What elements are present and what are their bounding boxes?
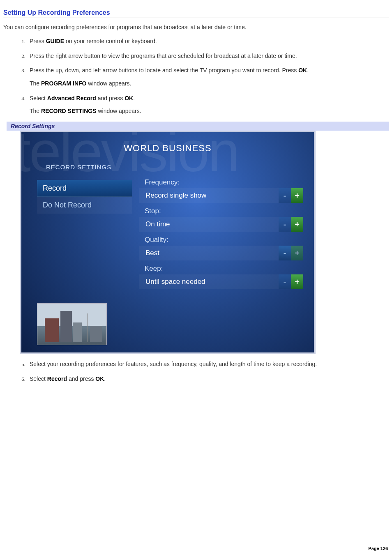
step-number: 4.: [16, 94, 25, 103]
intro-text: You can configure recording preferences …: [3, 24, 389, 30]
program-title: WORLD BUSINESS: [21, 143, 314, 154]
step-text: Select Advanced Record and press OK.: [30, 95, 135, 101]
screen-label: RECORD SETTINGS: [46, 164, 111, 170]
preview-thumbnail: [37, 303, 107, 345]
field-label-quality: Quality:: [145, 236, 303, 244]
step-text: Press the up, down, and left arrow butto…: [30, 67, 309, 74]
field-label-stop: Stop:: [145, 207, 303, 215]
menu-record[interactable]: Record: [37, 180, 132, 197]
step-number: 5.: [16, 360, 25, 368]
step-text: Press the right arrow button to view the…: [30, 53, 297, 59]
field-value-keep: Until space needed: [139, 274, 279, 289]
step-number: 1.: [16, 37, 25, 46]
plus-button[interactable]: +: [291, 217, 303, 232]
field-row-frequency: Record single show - +: [139, 188, 303, 203]
step-number: 2.: [16, 52, 25, 60]
field-value-frequency: Record single show: [139, 188, 279, 203]
record-menu: Record Do Not Record: [37, 180, 132, 214]
minus-button[interactable]: -: [279, 246, 291, 260]
watermark-text: television: [21, 132, 238, 185]
section-heading: Setting Up Recording Preferences: [3, 9, 389, 18]
field-row-keep: Until space needed - +: [139, 274, 303, 289]
step-4: 4. Select Advanced Record and press OK. …: [16, 94, 389, 116]
field-row-quality: Best - +: [139, 246, 303, 260]
step-sub: The RECORD SETTINGS window appears.: [30, 107, 389, 116]
page-number: Page 126: [368, 546, 388, 551]
step-text: Press GUIDE on your remote control or ke…: [30, 38, 157, 44]
field-label-frequency: Frequency:: [145, 178, 303, 187]
minus-button[interactable]: -: [279, 274, 291, 289]
step-text: Select your recording preferences for fe…: [30, 361, 317, 367]
step-3: 3. Press the up, down, and left arrow bu…: [16, 66, 389, 88]
step-sub: The PROGRAM INFO window appears.: [30, 79, 389, 88]
step-number: 6.: [16, 375, 25, 383]
menu-do-not-record[interactable]: Do Not Record: [37, 197, 132, 214]
plus-button[interactable]: +: [291, 188, 303, 203]
field-label-keep: Keep:: [145, 265, 303, 273]
plus-button[interactable]: +: [291, 246, 303, 260]
figure-caption: Record Settings: [7, 122, 389, 131]
step-2: 2. Press the right arrow button to view …: [16, 52, 389, 61]
tv-screen: television WORLD BUSINESS RECORD SETTING…: [21, 132, 314, 352]
step-text: Select Record and press OK.: [30, 375, 106, 382]
record-settings-screenshot: television WORLD BUSINESS RECORD SETTING…: [20, 131, 316, 354]
minus-button[interactable]: -: [279, 188, 291, 203]
minus-button[interactable]: -: [279, 217, 291, 232]
field-value-stop: On time: [139, 217, 279, 232]
step-5: 5. Select your recording preferences for…: [16, 360, 389, 369]
field-row-stop: On time - +: [139, 217, 303, 232]
settings-fields: Frequency: Record single show - + Stop: …: [139, 177, 303, 293]
field-value-quality: Best: [139, 246, 279, 260]
step-6: 6. Select Record and press OK.: [16, 375, 389, 384]
plus-button[interactable]: +: [291, 274, 303, 289]
step-number: 3.: [16, 67, 25, 75]
step-1: 1. Press GUIDE on your remote control or…: [16, 37, 389, 46]
